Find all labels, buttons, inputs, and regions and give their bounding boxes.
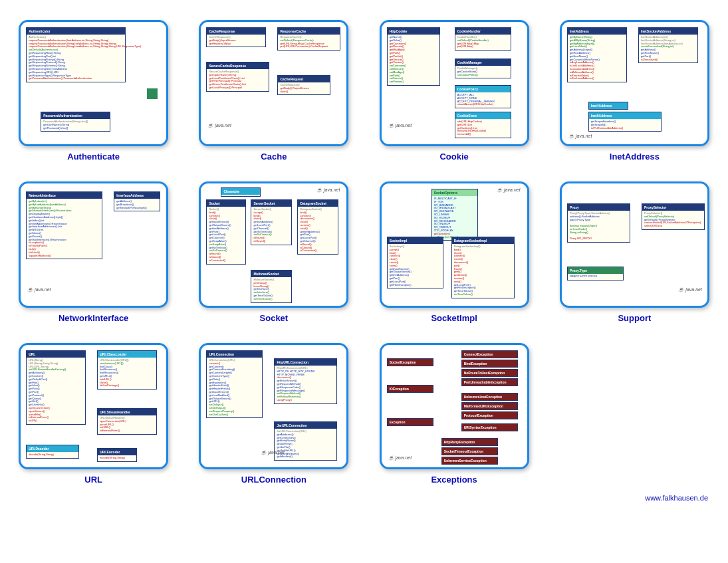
- package-label: java.net: [316, 187, 340, 193]
- thumb-urlconnection[interactable]: URLConnection URLConnection(URL) connect…: [199, 343, 348, 469]
- class-header: ProxySelector: [642, 204, 704, 211]
- class-header: URLConnection: [207, 351, 262, 358]
- class-header: MulticastSocket: [251, 271, 291, 277]
- caption[interactable]: Cookie: [439, 152, 468, 162]
- class-header: SocketException: [388, 359, 433, 366]
- class-header: DatagramSocket: [298, 200, 338, 207]
- class-header: InterfaceAddress: [114, 192, 160, 199]
- class-header: MalformedURLException: [462, 403, 517, 409]
- caption[interactable]: NetworkInterface: [59, 313, 128, 323]
- caption[interactable]: Cache: [261, 152, 287, 162]
- class-header: PasswordAuthentication: [41, 112, 110, 119]
- cell-authenticate: Authenticator Authenticator() requestPas…: [13, 20, 174, 162]
- diagram-grid: Authenticator Authenticator() requestPas…: [13, 20, 715, 485]
- class-header: UnknownHostException: [462, 394, 517, 400]
- class-header: URLClassLoader: [98, 351, 156, 358]
- caption[interactable]: Socket: [260, 313, 289, 323]
- cell-support: Proxy Proxy(Proxy.Type,SocketAddress) ad…: [554, 181, 715, 323]
- caption[interactable]: SocketImpl: [431, 313, 477, 323]
- class-header: URLEncoder: [98, 449, 136, 455]
- footer-link[interactable]: www.falkhausen.de: [13, 494, 715, 502]
- class-header: SocketTimeoutException: [442, 448, 497, 455]
- cell-url: URL URL(String)URL(String,String,String)…: [13, 343, 174, 485]
- class-header: Proxy: [568, 204, 630, 211]
- class-header: ResponseCache: [278, 28, 340, 35]
- thumb-socket[interactable]: Closeable Socket Socket()bind() connect(…: [199, 181, 348, 308]
- caption[interactable]: URL: [84, 475, 102, 485]
- class-header: NoRouteToHostException: [462, 370, 517, 376]
- thumb-socketimpl[interactable]: SocketOptions IP_MULTICAST_IFIP_TOS SO_B…: [380, 181, 529, 308]
- class-header: ServerSocket: [251, 200, 291, 207]
- caption[interactable]: InetAddress: [610, 152, 660, 162]
- class-header: CookieStore: [455, 112, 511, 119]
- package-label: java.net: [261, 450, 284, 455]
- class-header: HttpRetryException: [442, 439, 497, 445]
- package-label: java.net: [497, 187, 520, 193]
- cell-cookie: HttpCookie getName()getValue() getCommen…: [374, 20, 535, 162]
- cell-exceptions: SocketException ConnectException BindExc…: [374, 343, 535, 485]
- package-label: java.net: [388, 123, 412, 128]
- thumb-cookie[interactable]: HttpCookie getName()getValue() getCommen…: [380, 20, 529, 146]
- caption[interactable]: Exceptions: [431, 475, 477, 485]
- class-header: ProtocolException: [462, 412, 517, 419]
- cell-inetaddress: InetAddress getByName(String) getAllByNa…: [554, 20, 715, 162]
- class-header: ConnectException: [462, 351, 517, 358]
- class-header: SocketOptions: [432, 189, 477, 196]
- package-label: java.net: [388, 455, 412, 461]
- class-header: InetSocketAddress: [639, 28, 697, 35]
- caption[interactable]: URLConnection: [241, 475, 306, 485]
- thumb-cache[interactable]: CacheResponse CacheResponse() getBody():…: [199, 20, 348, 146]
- class-header: SecureCacheResponse: [207, 62, 269, 69]
- package-label: java.net: [207, 123, 231, 128]
- class-header: Socket: [207, 200, 245, 207]
- class-header: CacheResponse: [207, 28, 265, 35]
- package-label: java.net: [568, 134, 592, 139]
- class-header: IOException: [388, 386, 433, 392]
- class-header: BindException: [462, 360, 517, 367]
- class-header: Inet4Address: [589, 102, 628, 109]
- package-label: java.net: [678, 287, 701, 292]
- class-header: CacheRequest: [278, 76, 330, 82]
- class-header: Exception: [388, 419, 433, 425]
- class-header: SocketImpl: [388, 237, 443, 244]
- class-header: InetAddress: [568, 28, 626, 35]
- thumb-support[interactable]: Proxy Proxy(Proxy.Type,SocketAddress) ad…: [560, 181, 709, 308]
- caption[interactable]: Support: [618, 313, 651, 323]
- class-header: URL: [27, 351, 85, 358]
- thumb-exceptions[interactable]: SocketException ConnectException BindExc…: [380, 343, 529, 469]
- class-header: Proxy.Type: [568, 267, 623, 274]
- class-header: URLDecoder: [27, 445, 78, 452]
- thumb-networkinterface[interactable]: NetworkInterface getByIndex(int) getByIn…: [19, 181, 168, 308]
- cell-cache: CacheResponse CacheResponse() getBody():…: [193, 20, 354, 162]
- cell-socket: Closeable Socket Socket()bind() connect(…: [193, 181, 354, 323]
- thumb-inetaddress[interactable]: InetAddress getByName(String) getAllByNa…: [560, 20, 709, 146]
- cell-networkinterface: NetworkInterface getByIndex(int) getByIn…: [13, 181, 174, 323]
- package-label: java.net: [27, 287, 51, 292]
- class-header: JarURLConnection: [275, 422, 336, 429]
- class-header: DatagramSocketImpl: [452, 237, 514, 244]
- class-header: CookieHandler: [455, 28, 511, 35]
- cell-urlconnection: URLConnection URLConnection(URL) connect…: [193, 343, 354, 485]
- class-header: URLStreamHandler: [98, 409, 156, 415]
- class-header: CookiePolicy: [455, 86, 511, 92]
- class-header: HttpURLConnection: [275, 359, 336, 366]
- class-header: CookieManager: [455, 59, 511, 66]
- class-header: NetworkInterface: [27, 192, 102, 199]
- thumb-url[interactable]: URL URL(String)URL(String,String,String)…: [19, 343, 168, 469]
- class-header: URISyntaxException: [462, 424, 517, 431]
- class-header: HttpCookie: [388, 28, 439, 35]
- class-header: PortUnreachableException: [462, 379, 517, 386]
- class-header: UnknownServiceException: [442, 457, 497, 464]
- thumb-authenticate[interactable]: Authenticator Authenticator() requestPas…: [19, 20, 168, 146]
- class-header: Inet6Address: [589, 112, 661, 119]
- caption[interactable]: Authenticate: [67, 152, 120, 162]
- class-header: Authenticator: [27, 28, 125, 35]
- cell-socketimpl: SocketOptions IP_MULTICAST_IFIP_TOS SO_B…: [374, 181, 535, 323]
